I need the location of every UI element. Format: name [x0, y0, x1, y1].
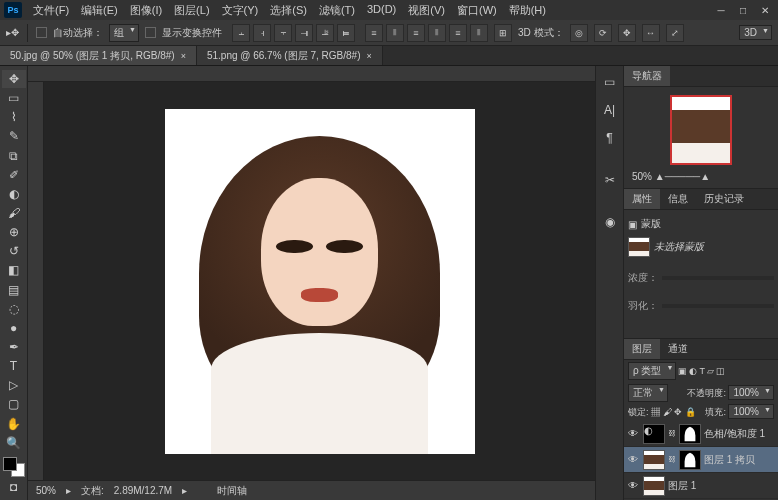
- eyedropper-tool[interactable]: ✐: [2, 166, 26, 184]
- info-tab[interactable]: 信息: [660, 189, 696, 209]
- paragraph-icon[interactable]: ¶: [598, 126, 622, 150]
- character-icon[interactable]: A|: [598, 98, 622, 122]
- eraser-tool[interactable]: ◧: [2, 261, 26, 279]
- menu-3d[interactable]: 3D(D): [362, 1, 401, 20]
- lock-transparent-icon[interactable]: ▦: [651, 407, 660, 417]
- visibility-icon[interactable]: 👁: [626, 480, 640, 491]
- crop-tool[interactable]: ⧉: [2, 147, 26, 165]
- align-top-icon[interactable]: ⫠: [232, 24, 250, 42]
- navigator-tab[interactable]: 导航器: [624, 66, 670, 86]
- 3d-roll-icon[interactable]: ⟳: [594, 24, 612, 42]
- hand-tool[interactable]: ✋: [2, 415, 26, 433]
- color-icon[interactable]: ◉: [598, 210, 622, 234]
- 3d-slide-icon[interactable]: ↔: [642, 24, 660, 42]
- brush-tool[interactable]: 🖌: [2, 204, 26, 222]
- layer-row[interactable]: 👁 图层 1: [624, 473, 778, 499]
- density-slider[interactable]: [662, 276, 774, 280]
- workspace-dropdown[interactable]: 3D: [739, 25, 772, 40]
- auto-align-icon[interactable]: ⊞: [494, 24, 512, 42]
- close-button[interactable]: ✕: [756, 3, 774, 17]
- layer-thumb[interactable]: ◐: [643, 424, 665, 444]
- blend-mode-dropdown[interactable]: 正常: [628, 384, 668, 402]
- align-hcenter-icon[interactable]: ⫡: [316, 24, 334, 42]
- layer-filter-dropdown[interactable]: ρ 类型: [628, 362, 676, 380]
- menu-file[interactable]: 文件(F): [28, 1, 74, 20]
- align-right-icon[interactable]: ⫢: [337, 24, 355, 42]
- opacity-input[interactable]: 100%: [728, 385, 774, 400]
- blur-tool[interactable]: ◌: [2, 300, 26, 318]
- layer-thumb[interactable]: [643, 476, 665, 496]
- menu-edit[interactable]: 编辑(E): [76, 1, 123, 20]
- canvas[interactable]: [165, 109, 475, 454]
- zoom-value[interactable]: 50%: [36, 485, 56, 496]
- align-left-icon[interactable]: ⫣: [295, 24, 313, 42]
- navigator-thumbnail[interactable]: [670, 95, 732, 165]
- align-vcenter-icon[interactable]: ⫞: [253, 24, 271, 42]
- menu-select[interactable]: 选择(S): [265, 1, 312, 20]
- heal-tool[interactable]: ◐: [2, 185, 26, 203]
- feather-slider[interactable]: [662, 304, 774, 308]
- lasso-tool[interactable]: ⌇: [2, 108, 26, 126]
- quick-select-tool[interactable]: ✎: [2, 127, 26, 145]
- layer-name[interactable]: 图层 1 拷贝: [704, 453, 755, 467]
- filter-adjust-icon[interactable]: ◐: [689, 366, 697, 376]
- menu-view[interactable]: 视图(V): [403, 1, 450, 20]
- zoom-tool[interactable]: 🔍: [2, 434, 26, 452]
- 3d-orbit-icon[interactable]: ◎: [570, 24, 588, 42]
- distribute-icon[interactable]: ⦀: [470, 24, 488, 42]
- filter-shape-icon[interactable]: ▱: [707, 366, 714, 376]
- visibility-icon[interactable]: 👁: [626, 454, 640, 465]
- 3d-pan-icon[interactable]: ✥: [618, 24, 636, 42]
- pen-tool[interactable]: ✒: [2, 338, 26, 356]
- document-tab[interactable]: 50.jpg @ 50% (图层 1 拷贝, RGB/8#)×: [0, 46, 197, 65]
- channels-tab[interactable]: 通道: [660, 339, 696, 359]
- mask-thumb[interactable]: [679, 450, 701, 470]
- minimize-button[interactable]: ─: [712, 3, 730, 17]
- mask-thumb[interactable]: [679, 424, 701, 444]
- ruler-horizontal[interactable]: [28, 66, 595, 82]
- layer-name[interactable]: 图层 1: [668, 479, 696, 493]
- menu-filter[interactable]: 滤镜(T): [314, 1, 360, 20]
- move-tool[interactable]: ✥: [2, 70, 26, 88]
- distribute-icon[interactable]: ⦀: [386, 24, 404, 42]
- dodge-tool[interactable]: ●: [2, 319, 26, 337]
- history-brush-tool[interactable]: ↺: [2, 242, 26, 260]
- history-tab[interactable]: 历史记录: [696, 189, 752, 209]
- move-tool-icon[interactable]: ▸✥: [6, 27, 19, 38]
- menu-image[interactable]: 图像(I): [125, 1, 167, 20]
- auto-select-checkbox[interactable]: [36, 27, 47, 38]
- tab-close-icon[interactable]: ×: [366, 51, 371, 61]
- layer-row[interactable]: 👁 ⛓ 图层 1 拷贝: [624, 447, 778, 473]
- layer-row[interactable]: 👁 ◐ ⛓ 色相/饱和度 1: [624, 421, 778, 447]
- ruler-vertical[interactable]: [28, 82, 44, 480]
- layer-thumb[interactable]: [643, 450, 665, 470]
- type-tool[interactable]: T: [2, 357, 26, 375]
- layer-name[interactable]: 色相/饱和度 1: [704, 427, 765, 441]
- shape-tool[interactable]: ▢: [2, 395, 26, 413]
- maximize-button[interactable]: □: [734, 3, 752, 17]
- marquee-tool[interactable]: ▭: [2, 89, 26, 107]
- 3d-scale-icon[interactable]: ⤢: [666, 24, 684, 42]
- menu-type[interactable]: 文字(Y): [217, 1, 264, 20]
- document-tab[interactable]: 51.png @ 66.7% (图层 7, RGB/8#)×: [197, 46, 383, 65]
- actions-icon[interactable]: ✂: [598, 168, 622, 192]
- color-swatches[interactable]: [3, 457, 25, 477]
- distribute-icon[interactable]: ≡: [407, 24, 425, 42]
- nav-zoom-value[interactable]: 50%: [632, 171, 652, 182]
- filter-type-icon[interactable]: T: [699, 366, 705, 376]
- history-icon[interactable]: ▭: [598, 70, 622, 94]
- quickmask-toggle[interactable]: ◘: [2, 478, 26, 496]
- timeline-label[interactable]: 时间轴: [217, 484, 247, 498]
- filter-pixel-icon[interactable]: ▣: [678, 366, 687, 376]
- transform-controls-checkbox[interactable]: [145, 27, 156, 38]
- path-tool[interactable]: ▷: [2, 376, 26, 394]
- lock-all-icon[interactable]: 🔒: [685, 407, 696, 417]
- zoom-out-icon[interactable]: ▲: [655, 171, 665, 182]
- properties-tab[interactable]: 属性: [624, 189, 660, 209]
- distribute-icon[interactable]: ⦀: [428, 24, 446, 42]
- tab-close-icon[interactable]: ×: [181, 51, 186, 61]
- lock-position-icon[interactable]: ✥: [674, 407, 682, 417]
- zoom-in-icon[interactable]: ▲: [700, 171, 710, 182]
- lock-pixels-icon[interactable]: 🖌: [663, 407, 672, 417]
- distribute-icon[interactable]: ≡: [449, 24, 467, 42]
